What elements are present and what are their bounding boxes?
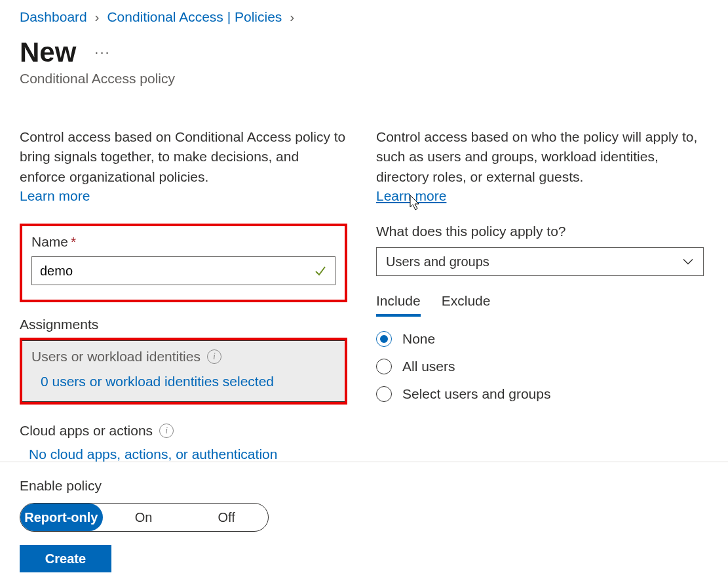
enable-policy-label: Enable policy — [20, 478, 708, 494]
right-description: Control access based on who the policy w… — [376, 127, 704, 187]
enable-policy-toggle[interactable]: Report-only On Off — [20, 503, 269, 532]
radio-select-label: Select users and groups — [402, 386, 550, 402]
policy-name-input[interactable] — [31, 256, 335, 285]
toggle-on[interactable]: On — [102, 504, 185, 531]
include-radio-group: None All users Select users and groups — [376, 331, 704, 402]
toggle-off[interactable]: Off — [185, 504, 268, 531]
page-subtitle: Conditional Access policy — [0, 68, 728, 87]
page-title: New — [20, 37, 76, 68]
radio-icon — [376, 359, 392, 374]
left-column: Control access based on Conditional Acce… — [20, 127, 347, 462]
title-row: New ··· — [0, 25, 728, 68]
radio-none[interactable]: None — [376, 331, 704, 347]
apply-to-select[interactable]: Users and groups — [376, 247, 704, 276]
footer-bar: Enable policy Report-only On Off Create — [0, 462, 728, 572]
apply-to-value: Users and groups — [386, 254, 489, 269]
right-column: Control access based on who the policy w… — [376, 127, 704, 462]
cursor-pointer-icon — [406, 194, 422, 212]
chevron-right-icon: › — [290, 9, 294, 25]
info-icon[interactable]: i — [159, 424, 174, 438]
cloud-apps-summary-link[interactable]: No cloud apps, actions, or authenticatio… — [29, 446, 277, 462]
name-field-highlight: Name* — [20, 224, 347, 302]
radio-none-label: None — [402, 331, 435, 347]
create-button[interactable]: Create — [20, 545, 111, 572]
breadcrumb-dashboard[interactable]: Dashboard — [20, 9, 87, 24]
radio-icon — [376, 386, 392, 402]
chevron-right-icon: › — [95, 9, 100, 25]
include-exclude-tabs: Include Exclude — [376, 293, 704, 317]
left-description: Control access based on Conditional Acce… — [20, 127, 347, 187]
assignments-heading: Assignments — [20, 317, 347, 332]
more-actions-button[interactable]: ··· — [94, 44, 110, 61]
radio-all-users[interactable]: All users — [376, 359, 704, 374]
learn-more-link[interactable]: Learn more — [20, 188, 90, 204]
chevron-down-icon — [682, 254, 694, 269]
users-identities-highlight: Users or workload identities i 0 users o… — [20, 338, 347, 405]
tab-exclude[interactable]: Exclude — [442, 293, 491, 317]
cloud-apps-row[interactable]: Cloud apps or actions i — [20, 423, 347, 439]
breadcrumb: Dashboard › Conditional Access | Policie… — [0, 0, 728, 25]
breadcrumb-conditional-access[interactable]: Conditional Access | Policies — [107, 9, 282, 24]
tab-include[interactable]: Include — [376, 293, 421, 317]
radio-all-label: All users — [402, 359, 455, 374]
radio-icon — [376, 331, 392, 347]
info-icon[interactable]: i — [207, 349, 221, 364]
checkmark-icon — [313, 264, 328, 278]
users-identities-summary-link[interactable]: 0 users or workload identities selected — [41, 374, 274, 389]
name-label: Name* — [31, 234, 335, 250]
users-identities-label: Users or workload identities — [31, 349, 201, 365]
apply-to-label: What does this policy apply to? — [376, 224, 704, 239]
toggle-report-only[interactable]: Report-only — [20, 504, 103, 531]
cloud-apps-label: Cloud apps or actions — [20, 423, 153, 439]
users-identities-row[interactable]: Users or workload identities i 0 users o… — [22, 340, 345, 402]
radio-select-users[interactable]: Select users and groups — [376, 386, 704, 402]
